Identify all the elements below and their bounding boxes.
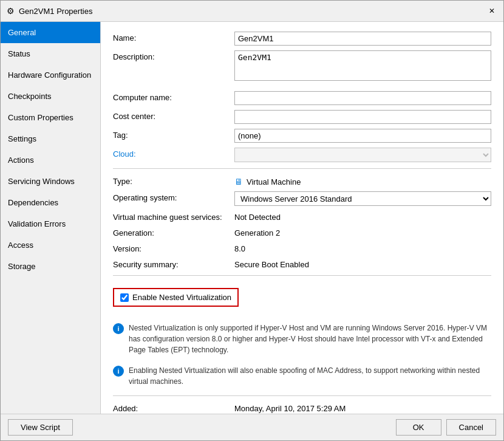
sidebar-item-status[interactable]: Status: [1, 43, 100, 64]
cancel-button[interactable]: Cancel: [446, 419, 496, 436]
cloud-label: Cloud:: [113, 148, 234, 159]
version-label: Version:: [113, 242, 234, 253]
os-select[interactable]: Windows Server 2016 Standard: [234, 191, 491, 206]
window-icon: ⚙: [5, 6, 15, 16]
vm-guest-services-row: Virtual machine guest services: Not Dete…: [113, 211, 491, 222]
cloud-value: [234, 148, 491, 162]
cloud-select[interactable]: [234, 148, 491, 162]
os-label: Operating system:: [113, 191, 234, 202]
cost-center-label: Cost center:: [113, 110, 234, 121]
cost-center-value: [234, 110, 491, 124]
sidebar-item-servicing-windows[interactable]: Servicing Windows: [1, 171, 100, 192]
generation-label: Generation:: [113, 227, 234, 238]
tag-input[interactable]: [234, 129, 491, 143]
info-box-2: i Enabling Nested Virtualization will al…: [113, 363, 491, 389]
cloud-row: Cloud:: [113, 148, 491, 162]
generation-value: Generation 2: [234, 227, 491, 238]
description-textarea[interactable]: Gen2VM1: [234, 50, 491, 81]
sidebar: General Status Hardware Configuration Ch…: [1, 22, 101, 414]
vm-guest-services-value: Not Detected: [234, 211, 491, 222]
computer-name-label: Computer name:: [113, 91, 234, 102]
window-title: Gen2VM1 Properties: [19, 7, 92, 16]
vm-type-text: Virtual Machine: [247, 177, 301, 186]
sidebar-item-general[interactable]: General: [1, 22, 100, 43]
added-value: Monday, April 10, 2017 5:29 AM: [234, 402, 491, 413]
generation-row: Generation: Generation 2: [113, 227, 491, 238]
added-row: Added: Monday, April 10, 2017 5:29 AM: [113, 402, 491, 413]
cost-center-input[interactable]: [234, 110, 491, 124]
footer: View Script OK Cancel: [1, 414, 503, 440]
sidebar-item-checkpoints[interactable]: Checkpoints: [1, 86, 100, 107]
type-label: Type:: [113, 175, 234, 186]
enable-nested-container: Enable Nested Virtualization: [113, 282, 491, 313]
info-icon-1: i: [113, 323, 124, 334]
enable-nested-text: Enable Nested Virtualization: [132, 293, 231, 302]
tag-value: [234, 129, 491, 143]
sidebar-item-dependencies[interactable]: Dependencies: [1, 192, 100, 213]
added-label: Added:: [113, 402, 234, 413]
name-label: Name:: [113, 32, 234, 43]
os-value: Windows Server 2016 Standard: [234, 191, 491, 206]
footer-right: OK Cancel: [396, 419, 496, 436]
version-row: Version: 8.0: [113, 242, 491, 253]
info-text-2: Enabling Nested Virtualization will also…: [129, 365, 491, 387]
security-summary-row: Security summary: Secure Boot Enabled: [113, 258, 491, 269]
info-icon-2: i: [113, 366, 124, 377]
content-area: General Status Hardware Configuration Ch…: [1, 22, 503, 414]
tag-row: Tag:: [113, 129, 491, 143]
computer-name-input[interactable]: [234, 91, 491, 105]
description-value: Gen2VM1: [234, 50, 491, 83]
sidebar-item-custom-properties[interactable]: Custom Properties: [1, 107, 100, 128]
name-row: Name:: [113, 32, 491, 46]
computer-name-row: Computer name:: [113, 91, 491, 105]
main-panel: Name: Description: Gen2VM1 Computer name…: [101, 22, 503, 414]
close-button[interactable]: ✕: [485, 4, 499, 18]
security-summary-value: Secure Boot Enabled: [234, 258, 491, 269]
separator-1: [113, 168, 491, 169]
name-value: [234, 32, 491, 46]
enable-nested-checkbox[interactable]: [120, 293, 129, 302]
info-text-1: Nested Virtualization is only supported …: [129, 323, 491, 355]
view-script-button[interactable]: View Script: [8, 419, 73, 436]
separator-2: [113, 275, 491, 276]
description-row: Description: Gen2VM1: [113, 50, 491, 83]
title-bar: ⚙ Gen2VM1 Properties ✕: [1, 1, 503, 22]
ok-button[interactable]: OK: [396, 419, 441, 436]
title-bar-left: ⚙ Gen2VM1 Properties: [5, 6, 92, 16]
sidebar-item-access[interactable]: Access: [1, 234, 100, 256]
sidebar-item-hardware-configuration[interactable]: Hardware Configuration: [1, 64, 100, 86]
description-label: Description:: [113, 50, 234, 61]
tag-label: Tag:: [113, 129, 234, 140]
sidebar-item-actions[interactable]: Actions: [1, 149, 100, 171]
cost-center-row: Cost center:: [113, 110, 491, 124]
vm-type-icon: 🖥: [234, 177, 243, 186]
sidebar-item-validation-errors[interactable]: Validation Errors: [1, 213, 100, 234]
separator-3: [113, 395, 491, 396]
info-box-1: i Nested Virtualization is only supporte…: [113, 320, 491, 358]
enable-nested-label[interactable]: Enable Nested Virtualization: [113, 288, 239, 307]
name-input[interactable]: [234, 32, 491, 46]
type-value: 🖥 Virtual Machine: [234, 175, 491, 186]
main-window: ⚙ Gen2VM1 Properties ✕ General Status Ha…: [0, 0, 504, 441]
os-row: Operating system: Windows Server 2016 St…: [113, 191, 491, 206]
version-value: 8.0: [234, 242, 491, 253]
security-summary-label: Security summary:: [113, 258, 234, 269]
sidebar-item-settings[interactable]: Settings: [1, 128, 100, 149]
type-row: Type: 🖥 Virtual Machine: [113, 175, 491, 186]
vm-guest-services-label: Virtual machine guest services:: [113, 211, 234, 222]
computer-name-value: [234, 91, 491, 105]
sidebar-item-storage[interactable]: Storage: [1, 256, 100, 277]
